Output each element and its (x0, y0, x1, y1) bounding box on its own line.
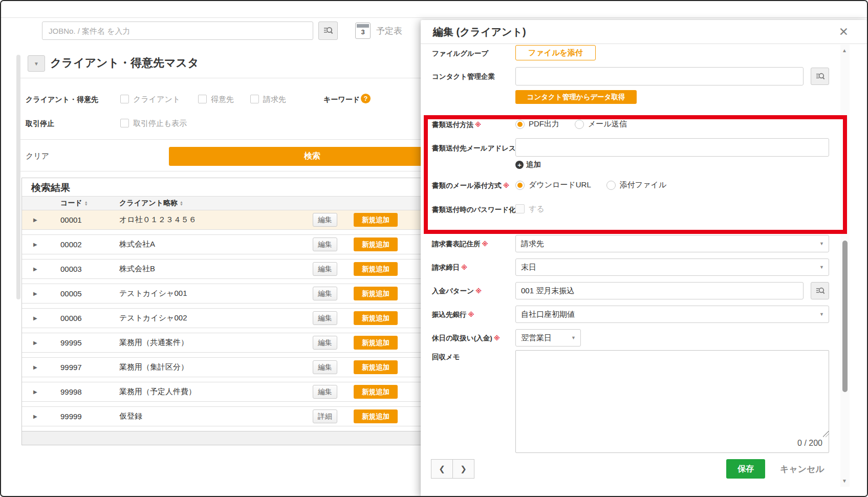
cancel-button[interactable]: キャンセル (780, 463, 824, 475)
row-expand-icon[interactable]: ▶ (33, 414, 40, 419)
row-add-button[interactable]: 新規追加 (354, 311, 398, 325)
modal-scrollbar[interactable]: ▲ ▼ (840, 45, 850, 487)
deposit-pattern-search-button[interactable] (811, 282, 829, 299)
row-edit-button[interactable]: 編集 (313, 385, 337, 399)
row-client-name: 仮登録 (119, 412, 313, 421)
row-edit-button[interactable]: 編集 (313, 237, 337, 251)
row-add-button[interactable]: 新規追加 (354, 237, 398, 251)
row-expand-icon[interactable]: ▶ (33, 266, 40, 272)
radio-mail-send[interactable] (575, 120, 584, 129)
chevron-down-icon: ▼ (34, 61, 39, 67)
send-email-input[interactable] (515, 138, 829, 157)
row-add-button[interactable]: 新規追加 (354, 360, 398, 374)
required-mark: ※ (482, 241, 488, 248)
schedule-label[interactable]: 予定表 (376, 25, 402, 37)
bank-select[interactable]: 自社口座初期値▼ (515, 306, 829, 323)
required-mark: ※ (461, 264, 467, 271)
row-add-button[interactable]: 新規追加 (354, 213, 398, 227)
row-edit-button[interactable]: 編集 (313, 213, 337, 227)
row-add-button[interactable]: 新規追加 (354, 336, 398, 350)
scroll-down-icon[interactable]: ▼ (842, 478, 847, 484)
bank-label: 振込先銀行※ (432, 310, 474, 319)
checkbox-billing[interactable] (250, 95, 259, 103)
page-scrollbar[interactable] (16, 55, 20, 299)
sort-icon: ▲▼ (180, 201, 183, 206)
memo-counter: 0 / 200 (515, 439, 822, 448)
radio-attach-file[interactable] (606, 181, 616, 190)
attach-file-button[interactable]: ファイルを添付 (515, 45, 596, 60)
row-edit-button[interactable]: 編集 (313, 360, 337, 374)
add-email-link[interactable]: ＋ 追加 (515, 160, 541, 169)
memo-label: 回収メモ (432, 353, 460, 362)
row-code: 00001 (60, 215, 101, 224)
row-add-button[interactable]: 新規追加 (354, 409, 398, 423)
table-row: ▶00001オロ社０１２３４５６編集新規追加 (22, 210, 430, 230)
radio-download-url[interactable] (515, 181, 525, 190)
scroll-up-icon[interactable]: ▲ (842, 48, 847, 53)
row-expand-icon[interactable]: ▶ (33, 389, 40, 395)
row-expand-icon[interactable]: ▶ (33, 242, 40, 247)
row-add-button[interactable]: 新規追加 (354, 262, 398, 276)
row-add-button[interactable]: 新規追加 (354, 385, 398, 399)
table-row: ▶00003株式会社B編集新規追加 (22, 259, 430, 279)
contact-company-input[interactable] (515, 67, 804, 85)
add-email-label: 追加 (526, 160, 541, 169)
row-client-name: 株式会社B (119, 264, 313, 274)
row-client-name: 業務用（集計区分） (119, 362, 313, 372)
row-expand-icon[interactable]: ▶ (33, 340, 40, 345)
row-expand-icon[interactable]: ▶ (33, 291, 40, 296)
save-button[interactable]: 保存 (726, 459, 765, 479)
row-client-name: 業務用（共通案件） (119, 338, 313, 348)
clear-button[interactable]: クリア (26, 152, 49, 161)
row-add-button[interactable]: 新規追加 (354, 287, 398, 300)
password-checkbox[interactable] (515, 204, 525, 213)
holiday-select[interactable]: 翌営業日▼ (515, 329, 581, 347)
radio-mail-send-label: メール送信 (588, 119, 627, 129)
row-expand-icon[interactable]: ▶ (33, 315, 40, 321)
row-edit-button[interactable]: 詳細 (313, 409, 337, 423)
scrollbar-thumb[interactable] (842, 241, 848, 392)
row-edit-button[interactable]: 編集 (313, 262, 337, 276)
divider (421, 44, 867, 44)
radio-attach-file-label: 添付ファイル (620, 180, 666, 190)
column-header-client-name[interactable]: クライアント略称▲▼ (119, 199, 183, 208)
search-icon (815, 286, 825, 296)
checkbox-suspended[interactable] (120, 119, 129, 127)
schedule-calendar-button[interactable]: 3 (355, 23, 371, 39)
search-button[interactable]: 検索 (169, 147, 455, 166)
table-row: ▶99998業務用（予定人件費）編集新規追加 (22, 382, 430, 402)
help-icon[interactable]: ? (361, 94, 371, 103)
invoice-address-select[interactable]: 請求先▼ (515, 235, 829, 252)
plus-icon: ＋ (515, 161, 524, 169)
closing-day-select[interactable]: 末日▼ (515, 258, 829, 276)
collapse-button[interactable]: ▼ (28, 55, 45, 72)
results-rows: ▶00001オロ社０１２３４５６編集新規追加▶00002株式会社A編集新規追加▶… (22, 210, 430, 431)
top-divider (1, 17, 867, 18)
job-search-input[interactable] (42, 21, 313, 40)
radio-pdf-output-label: PDF出力 (529, 119, 559, 129)
row-expand-icon[interactable]: ▶ (33, 217, 40, 223)
row-expand-icon[interactable]: ▶ (33, 364, 40, 370)
checkbox-client[interactable] (120, 95, 129, 103)
row-edit-button[interactable]: 編集 (313, 287, 337, 300)
checkbox-customer[interactable] (198, 95, 207, 103)
filter-type-label: クライアント・得意先 (26, 95, 98, 104)
next-record-button[interactable]: ❯ (452, 459, 474, 479)
radio-download-url-label: ダウンロードURL (529, 180, 591, 190)
chevron-down-icon: ▼ (571, 335, 576, 340)
resize-handle-icon[interactable] (823, 431, 829, 437)
deposit-pattern-label: 入金パターン※ (432, 287, 482, 296)
file-group-label: ファイルグループ (432, 49, 488, 58)
contact-company-search-button[interactable] (811, 68, 829, 85)
prev-record-button[interactable]: ❮ (431, 459, 453, 479)
radio-pdf-output[interactable] (515, 120, 525, 129)
row-client-name: テストカイシャ001 (119, 289, 313, 298)
close-icon[interactable]: ✕ (839, 26, 849, 38)
column-header-code[interactable]: コード▲▼ (60, 199, 88, 208)
job-search-button[interactable] (318, 21, 338, 40)
contact-fetch-button[interactable]: コンタクト管理からデータ取得 (515, 90, 637, 104)
memo-textarea[interactable] (515, 350, 829, 453)
row-edit-button[interactable]: 編集 (313, 311, 337, 325)
row-edit-button[interactable]: 編集 (313, 336, 337, 350)
deposit-pattern-input[interactable] (515, 282, 804, 299)
